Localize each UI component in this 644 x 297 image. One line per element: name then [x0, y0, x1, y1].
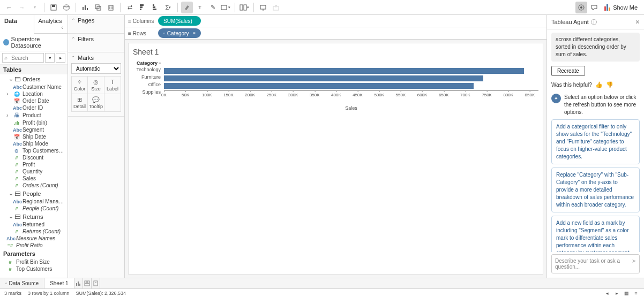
- bar-row[interactable]: [164, 67, 538, 74]
- send-icon[interactable]: ➤: [632, 258, 636, 264]
- filters-shelf[interactable]: ⌃Filters: [68, 34, 124, 52]
- forward-button[interactable]: →: [16, 2, 28, 13]
- status-prev-button[interactable]: ◂: [603, 291, 611, 296]
- tab-data[interactable]: Data: [0, 15, 34, 34]
- sort-asc-button[interactable]: [137, 2, 148, 13]
- back-button[interactable]: ←: [3, 2, 15, 13]
- status-sum: SUM(Sales): 2,326,534: [76, 291, 126, 296]
- field-segment[interactable]: AbcSegment: [0, 126, 68, 133]
- thumbs-up-button[interactable]: 👍: [595, 81, 603, 88]
- field-location[interactable]: ›🌐Location: [0, 90, 68, 97]
- new-worksheet-button[interactable]: [79, 2, 91, 13]
- thumbs-down-button[interactable]: 👎: [606, 81, 613, 88]
- svg-rect-28: [76, 283, 77, 286]
- filter-fields-button[interactable]: ▾: [45, 53, 55, 63]
- data-guide-button[interactable]: [575, 2, 587, 13]
- agent-option-1[interactable]: Add a categorical filter to only show sa…: [551, 119, 640, 164]
- new-datasource-button[interactable]: [61, 2, 72, 13]
- field-quantity[interactable]: #Quantity: [0, 168, 68, 175]
- marks-detail[interactable]: ⊞Detail: [72, 94, 88, 111]
- svg-rect-25: [604, 6, 606, 11]
- forward-menu[interactable]: ▾: [29, 2, 41, 13]
- show-me-button[interactable]: Show Me: [601, 3, 641, 12]
- field-order-date[interactable]: 📅Order Date: [0, 97, 68, 104]
- agent-option-2[interactable]: Replace "Category" with "Sub-Category" o…: [551, 167, 640, 212]
- table-orders[interactable]: ⌄Orders: [0, 74, 68, 83]
- fit-button[interactable]: ▾: [220, 2, 231, 13]
- agent-option-3[interactable]: Add a new field as a mark by including "…: [551, 216, 640, 252]
- status-list-button[interactable]: ≡: [632, 291, 640, 296]
- columns-pill-sum-sales[interactable]: SUM(Sales): [158, 16, 201, 26]
- svg-rect-26: [606, 4, 608, 11]
- save-button[interactable]: [48, 2, 59, 13]
- field-measure-names[interactable]: AbcMeasure Names: [0, 235, 68, 242]
- field-product[interactable]: ›品Product: [0, 111, 68, 119]
- field-ship-date[interactable]: 📅Ship Date: [0, 133, 68, 140]
- share-button[interactable]: [270, 2, 282, 13]
- field-customer-name[interactable]: AbcCustomer Name: [0, 83, 68, 90]
- field-discount[interactable]: #Discount: [0, 154, 68, 161]
- totals-button[interactable]: Σ▾: [162, 2, 174, 13]
- new-worksheet-tab-button[interactable]: [74, 278, 83, 288]
- status-next-button[interactable]: ▸: [613, 291, 620, 296]
- info-icon[interactable]: ⓘ: [591, 18, 597, 26]
- bar-row[interactable]: [164, 74, 538, 82]
- category-label: Office Supplies: [133, 81, 164, 88]
- field-returns-count-[interactable]: #Returns (Count): [0, 228, 68, 235]
- format-button[interactable]: ✎: [207, 2, 219, 13]
- field-ship-mode[interactable]: AbcShip Mode: [0, 140, 68, 147]
- show-me-label: Show Me: [613, 4, 638, 11]
- svg-rect-3: [83, 7, 84, 10]
- field-top-customers-by-p-[interactable]: ⊙Top Customers by P...: [0, 147, 68, 154]
- marks-label[interactable]: TLabel: [104, 77, 121, 94]
- param-top-customers[interactable]: #Top Customers: [0, 265, 68, 272]
- rows-shelf[interactable]: ▫Category≡: [156, 27, 546, 39]
- sheet-title[interactable]: Sheet 1: [133, 48, 538, 56]
- param-profit-bin-size[interactable]: #Profit Bin Size: [0, 258, 68, 265]
- comment-button[interactable]: [588, 2, 600, 13]
- field-profit[interactable]: #Profit: [0, 161, 68, 168]
- field-profit-ratio[interactable]: =#Profit Ratio: [0, 242, 68, 249]
- datasource-item[interactable]: Superstore Datasource: [0, 34, 68, 51]
- sort-desc-button[interactable]: [149, 2, 161, 13]
- search-input[interactable]: [2, 53, 44, 63]
- swap-button[interactable]: ⇄: [124, 2, 136, 13]
- chat-input[interactable]: Describe your task or ask a question... …: [551, 254, 640, 273]
- view-options-button[interactable]: ▸: [56, 53, 65, 63]
- bar-row[interactable]: [164, 82, 538, 89]
- pages-shelf[interactable]: ⌃Pages: [68, 15, 124, 34]
- new-story-tab-button[interactable]: [92, 278, 100, 288]
- marks-tooltip[interactable]: 💬Tooltip: [88, 94, 104, 111]
- sheet-1-tab[interactable]: Sheet 1: [44, 278, 74, 288]
- field-returned[interactable]: AbcReturned: [0, 221, 68, 228]
- show-cards-button[interactable]: ▾: [238, 2, 250, 13]
- field-profit-bin-[interactable]: .ılıProfit (bin): [0, 119, 68, 126]
- clear-button[interactable]: [105, 2, 117, 13]
- canvas: ≡ Columns SUM(Sales) ≡ Rows ▫Category≡ S…: [125, 15, 546, 278]
- new-dashboard-tab-button[interactable]: [83, 278, 92, 288]
- highlight-button[interactable]: [181, 2, 193, 13]
- rows-pill-category[interactable]: ▫Category≡: [158, 28, 201, 38]
- columns-shelf[interactable]: SUM(Sales): [156, 15, 546, 27]
- marks-size[interactable]: ◎Size: [88, 77, 104, 94]
- svg-rect-15: [153, 6, 155, 8]
- table-people[interactable]: ⌄People: [0, 189, 68, 198]
- field-regional-manager[interactable]: AbcRegional Manager: [0, 198, 68, 205]
- status-grid-button[interactable]: ▦: [623, 291, 630, 296]
- table-returns[interactable]: ⌄Returns: [0, 212, 68, 221]
- close-panel-button[interactable]: ×: [635, 18, 640, 26]
- marks-color[interactable]: ⁘Color: [72, 77, 88, 94]
- duplicate-button[interactable]: [92, 2, 104, 13]
- data-source-tab[interactable]: ▫Data Source: [0, 278, 44, 288]
- agent-summary: across different categories, sorted in d…: [551, 33, 640, 62]
- search-icon: ⌕: [4, 55, 8, 60]
- field-orders-count-[interactable]: #Orders (Count): [0, 182, 68, 189]
- presentation-button[interactable]: [257, 2, 269, 13]
- field-sales[interactable]: #Sales: [0, 175, 68, 182]
- field-people-count-[interactable]: #People (Count): [0, 205, 68, 212]
- tab-analytics[interactable]: Analytics‹: [34, 15, 68, 33]
- mark-type-select[interactable]: Automatic: [71, 63, 121, 74]
- recreate-button[interactable]: Recreate: [551, 66, 585, 76]
- field-order-id[interactable]: AbcOrder ID: [0, 104, 68, 111]
- label-button[interactable]: T: [194, 2, 206, 13]
